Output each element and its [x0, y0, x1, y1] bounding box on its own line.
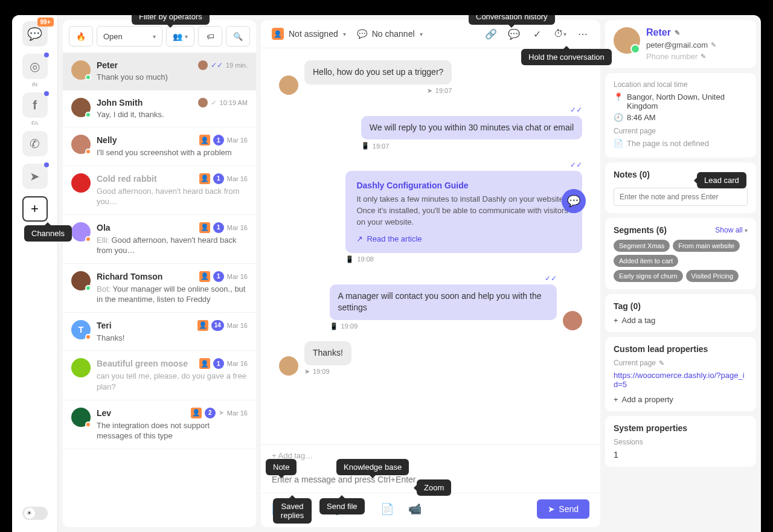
link-icon[interactable]: 🔗 [484, 27, 498, 40]
segment-chip[interactable]: Visited Pricing [686, 270, 739, 282]
tag-filter-button[interactable]: 🏷 [198, 26, 222, 46]
search-button[interactable]: 🔍 [226, 26, 250, 46]
conv-meta: 👤1Mar 16 [199, 358, 248, 369]
assignee-dropdown[interactable]: 👤 Not assigned ▾ [272, 28, 346, 40]
conversation-item[interactable]: Lev👤2➤Mar 16The integration does not sup… [63, 400, 256, 449]
edit-icon[interactable]: ✎ [711, 41, 716, 49]
conversation-toolbar: 🔥 Open ▾ 👥 ▾ 🏷 🔍 [63, 20, 256, 53]
avatar [71, 60, 91, 80]
sort-button[interactable]: 🔥 [69, 26, 93, 46]
history-icon[interactable]: 💬 [507, 27, 521, 40]
avatar: T [71, 320, 91, 339]
channel-whatsapp[interactable]: ✆ [22, 131, 48, 156]
message-col: ✓✓ We will reply to you within 30 minute… [361, 106, 582, 150]
conv-name: John Smith [97, 98, 194, 107]
add-channel-button[interactable]: + [22, 196, 48, 222]
edit-icon[interactable]: ✎ [659, 359, 664, 367]
conversation-item[interactable]: Nelly👤1Mar 16I'll send you screenshot wi… [63, 127, 256, 166]
conv-name: Teri [97, 321, 194, 330]
unread-count: 1 [213, 135, 224, 146]
instagram-label: IN [32, 82, 37, 88]
video-icon[interactable]: 📹 [408, 502, 422, 516]
channel-facebook[interactable]: f FA [22, 92, 48, 118]
lead-email: peter@gmail.com✎ [646, 40, 748, 50]
new-message-fab[interactable]: 💬 [562, 189, 586, 213]
operator-avatar [198, 98, 208, 107]
conversation-item[interactable]: Peter✓✓19 min.Thank you so much) [63, 53, 256, 91]
conv-preview: Elli: Good afternoon, haven't heard back… [97, 235, 248, 256]
edit-icon[interactable]: ✎ [701, 53, 706, 60]
prop-value-link[interactable]: https://woocomerce.dashly.io/?page_id=5 [614, 371, 748, 389]
kb-link[interactable]: ↗Read the article [356, 234, 571, 243]
conversation-item[interactable]: Cold red rabbit👤1Mar 16Good afternoon, h… [63, 166, 256, 215]
saved-replies-icon[interactable]: 📑 [300, 502, 313, 516]
message-col: ✓✓ A manager will contact you soon and h… [330, 274, 557, 330]
note-icon[interactable]: 📝 [272, 502, 285, 516]
channel-dropdown[interactable]: 💬 No channel ▾ [357, 29, 423, 39]
conv-preview: can you tell me, please, do you gave a f… [97, 371, 248, 392]
note-input[interactable] [614, 188, 748, 206]
segment-chip[interactable]: From main website [673, 240, 740, 252]
conversation-item[interactable]: Ola👤1Mar 16Elli: Good afternoon, haven't… [63, 215, 256, 264]
segment-chip[interactable]: Segment Xmas [614, 240, 670, 252]
knowledge-base-icon[interactable]: 📄 [380, 502, 394, 516]
lead-phone: Phone number✎ [646, 52, 748, 61]
add-tag-row[interactable]: + Add tag… [261, 444, 600, 466]
snooze-icon[interactable]: ⏱ ▾ [553, 27, 566, 40]
unread-dot [44, 53, 49, 57]
status-filter-dropdown[interactable]: Open ▾ [97, 26, 162, 46]
avatar [71, 408, 91, 427]
send-icon: ➤ [427, 87, 432, 95]
knowledge-base-card: Dashly Configuration Guide It only takes… [345, 171, 582, 253]
search-icon: 🔍 [233, 32, 243, 41]
conversation-item[interactable]: Richard Tomson👤1Mar 16Bot: Your manager … [63, 264, 256, 313]
conv-meta: 👤1Mar 16 [199, 173, 248, 184]
operator-badge: 👤 [199, 358, 210, 369]
channel-inbox[interactable]: 💬 99+ [22, 21, 48, 46]
show-all-link[interactable]: Show all ▾ [715, 226, 748, 234]
compose-area [261, 466, 600, 493]
theme-toggle[interactable] [22, 507, 48, 520]
message-time: ➤19:09 [304, 368, 351, 376]
edit-icon[interactable]: ✎ [675, 29, 680, 37]
read-checks-icon: ✓✓ [211, 61, 223, 69]
send-icon: ➤ [304, 368, 310, 376]
segment-chip[interactable]: Added item to cart [614, 255, 678, 267]
add-tag-link[interactable]: +Add a tag [614, 316, 748, 325]
conv-name: Lev [97, 408, 187, 418]
emoji-icon[interactable]: ☺ [355, 503, 366, 516]
attachment-icon[interactable]: 📎 [327, 502, 341, 516]
facebook-label: FA [31, 120, 38, 126]
unread-count: 1 [213, 173, 224, 184]
inbox-count-badge: 99+ [37, 18, 54, 27]
conv-preview: The integration does not support message… [97, 420, 248, 441]
conversation-list-panel: 🔥 Open ▾ 👥 ▾ 🏷 🔍 Peter✓✓19 min.Thank you… [63, 20, 256, 527]
message-time: ➤19:07 [427, 87, 452, 95]
instagram-icon: ◎ [30, 59, 40, 74]
operator-badge: 👤 [199, 271, 210, 282]
unread-dot [44, 162, 49, 167]
channel-label: No channel [372, 29, 415, 39]
channel-telegram[interactable]: ➤ [22, 164, 48, 189]
conv-name: Peter [97, 60, 194, 70]
add-property-link[interactable]: +Add a property [614, 395, 748, 404]
channel-instagram[interactable]: ◎ IN [22, 54, 48, 79]
conversation-item[interactable]: Beautiful green moose👤1Mar 16can you tel… [63, 351, 256, 400]
message-time: 📱19:08 [345, 255, 374, 263]
message-row-inbound: Thanks! ➤19:09 [279, 341, 582, 376]
lead-tags-card: Tag (0) +Add a tag [605, 294, 756, 332]
message-bubble: Thanks! [304, 341, 351, 365]
operator-filter-button[interactable]: 👥 ▾ [166, 26, 194, 46]
message-input[interactable] [272, 475, 589, 484]
clock-icon: 🕘 [614, 113, 623, 122]
segment-chip[interactable]: Early signs of churn [614, 270, 683, 282]
conversation-item[interactable]: TTeri👤14Mar 16Thanks! [63, 313, 256, 351]
resolve-icon[interactable]: ✓ [530, 27, 544, 40]
operator-badge: 👤 [199, 222, 210, 233]
sessions-label: Sessions [614, 438, 748, 446]
conversation-item[interactable]: John Smith✓10:19 AMYay, I did it, thanks… [63, 91, 256, 128]
location-label: Location and local time [614, 80, 748, 89]
conv-time: 10:19 AM [220, 99, 248, 106]
send-button[interactable]: ➤ Send [537, 499, 589, 519]
more-icon[interactable]: ⋯ [576, 27, 589, 40]
